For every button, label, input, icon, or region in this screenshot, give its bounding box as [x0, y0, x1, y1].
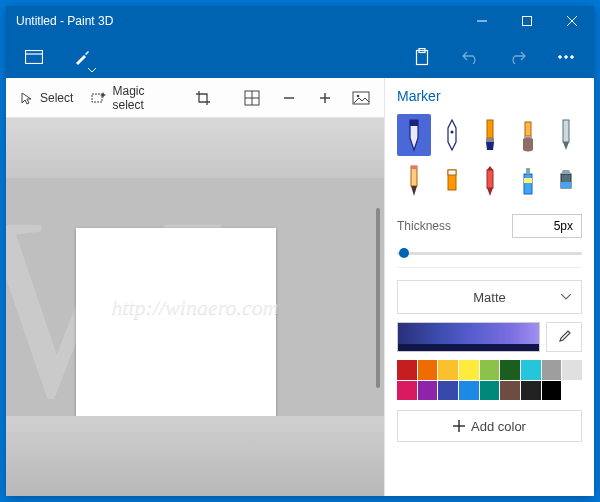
svg-point-19 [357, 94, 360, 97]
material-value: Matte [473, 290, 506, 305]
palette-color[interactable] [542, 381, 562, 401]
brushes-button[interactable] [62, 37, 102, 77]
canvas-viewport[interactable]: W http://winaero.com http://winaero.com [6, 118, 384, 496]
thickness-slider[interactable] [397, 252, 582, 255]
svg-rect-20 [410, 120, 418, 126]
thickness-input[interactable] [512, 214, 582, 238]
palette-color[interactable] [438, 360, 458, 380]
magic-select-label: Magic select [113, 84, 176, 112]
minimize-button[interactable] [459, 6, 504, 36]
content-area: Select Magic select [6, 78, 594, 496]
svg-rect-4 [26, 51, 43, 64]
magic-select-tool[interactable]: Magic select [83, 82, 183, 114]
maximize-button[interactable] [504, 6, 549, 36]
palette-color[interactable] [438, 381, 458, 401]
canvas[interactable] [76, 228, 276, 428]
tool-marker[interactable] [397, 114, 431, 156]
brush-panel: Marker [384, 78, 594, 496]
crop-tool[interactable] [186, 82, 220, 114]
palette-color[interactable] [521, 381, 541, 401]
palette-color[interactable] [397, 381, 417, 401]
palette-color[interactable] [459, 381, 479, 401]
palette-color[interactable] [480, 360, 500, 380]
material-dropdown[interactable]: Matte [397, 280, 582, 314]
add-color-label: Add color [471, 419, 526, 434]
palette-color[interactable] [418, 360, 438, 380]
palette-color[interactable] [459, 360, 479, 380]
svg-point-21 [451, 131, 454, 134]
window-title: Untitled - Paint 3D [6, 14, 459, 28]
view-mode-button[interactable] [344, 82, 378, 114]
palette-color[interactable] [562, 360, 582, 380]
paste-button[interactable] [402, 37, 442, 77]
select-label: Select [40, 91, 73, 105]
tool-calligraphy-pen[interactable] [435, 114, 469, 156]
zoom-in-button[interactable] [308, 82, 342, 114]
palette-color[interactable] [397, 360, 417, 380]
menu-button[interactable] [14, 37, 54, 77]
titlebar: Untitled - Paint 3D [6, 6, 594, 36]
tool-watercolor[interactable] [511, 114, 545, 156]
more-button[interactable] [546, 37, 586, 77]
thickness-slider-thumb[interactable] [399, 248, 409, 258]
tool-fill[interactable] [549, 160, 583, 202]
vertical-scrollbar[interactable] [376, 208, 380, 388]
svg-rect-28 [411, 166, 417, 169]
svg-rect-26 [563, 120, 569, 142]
tool-crayon[interactable] [473, 160, 507, 202]
palette-color[interactable] [521, 360, 541, 380]
panel-heading: Marker [397, 88, 582, 104]
grid-toggle[interactable] [235, 82, 269, 114]
divider [397, 267, 582, 268]
svg-rect-30 [448, 170, 456, 175]
svg-rect-1 [522, 17, 531, 26]
menubar [6, 36, 594, 78]
color-palette [397, 360, 582, 400]
thickness-row: Thickness [397, 214, 582, 238]
workarea: Select Magic select [6, 78, 384, 496]
eyedropper-button[interactable] [546, 322, 582, 352]
tool-pixel-pen[interactable] [549, 114, 583, 156]
palette-color[interactable] [480, 381, 500, 401]
svg-point-9 [565, 56, 568, 59]
tool-oil-brush[interactable] [473, 114, 507, 156]
undo-button[interactable] [450, 37, 490, 77]
tool-pencil[interactable] [397, 160, 431, 202]
close-button[interactable] [549, 6, 594, 36]
brush-tools-grid [397, 114, 582, 202]
canvas-toolbar: Select Magic select [6, 78, 384, 118]
zoom-out-button[interactable] [271, 82, 305, 114]
svg-rect-31 [487, 170, 493, 188]
palette-color[interactable] [418, 381, 438, 401]
current-color-swatch[interactable] [397, 322, 540, 352]
palette-color[interactable] [542, 360, 562, 380]
svg-rect-34 [524, 178, 532, 183]
svg-rect-36 [561, 182, 571, 188]
svg-point-8 [559, 56, 562, 59]
palette-color[interactable] [500, 381, 520, 401]
palette-color[interactable] [500, 360, 520, 380]
redo-button[interactable] [498, 37, 538, 77]
svg-rect-33 [526, 168, 530, 174]
svg-rect-22 [487, 120, 493, 138]
add-color-button[interactable]: Add color [397, 410, 582, 442]
svg-rect-32 [524, 174, 532, 194]
tool-spray-can[interactable] [511, 160, 545, 202]
watermark-text-2: http://winaero.com [111, 445, 278, 471]
svg-point-10 [571, 56, 574, 59]
svg-rect-24 [525, 122, 531, 136]
svg-rect-23 [486, 138, 494, 142]
thickness-label: Thickness [397, 219, 451, 233]
current-color-row [397, 322, 582, 352]
app-window: Untitled - Paint 3D [6, 6, 594, 496]
palette-color[interactable] [562, 381, 582, 401]
select-tool[interactable]: Select [12, 82, 81, 114]
tool-eraser[interactable] [435, 160, 469, 202]
